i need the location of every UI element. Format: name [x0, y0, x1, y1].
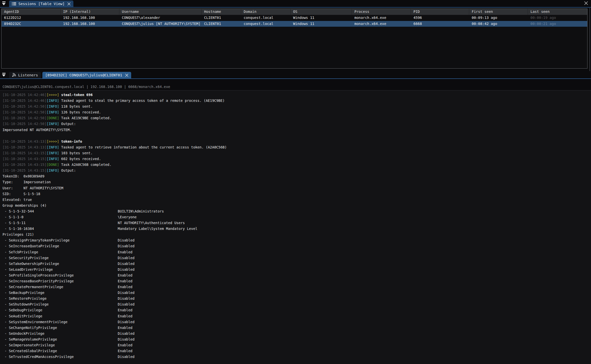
pane-scrollbar[interactable] — [589, 8, 590, 71]
column-header[interactable]: PID — [411, 9, 469, 15]
detach-icon — [2, 73, 6, 74]
terminal-line: - SeCreatePermanentPrivilege Enabled — [3, 284, 591, 290]
terminal-line: - SeChangeNotifyPrivilege Enabled — [3, 325, 591, 331]
terminal-line: [31-10-2025 14:43:15][INFO] 103 bytes se… — [3, 150, 591, 156]
terminal-line: - SeLoadDriverPrivilege Disabled — [3, 267, 591, 272]
column-header[interactable]: Domain — [241, 9, 291, 15]
close-icon[interactable] — [67, 2, 71, 6]
terminal-line: Group memberships (4) — [3, 203, 591, 208]
column-header[interactable]: AgentID — [2, 9, 61, 15]
table-cell: 00:08:42 ago — [469, 21, 528, 27]
terminal-line: - S-1-16-16384 Mandatory Label\System Ma… — [3, 226, 591, 232]
sessions-table-body: 6122D212192.168.168.100CONQUEST\alexande… — [2, 15, 587, 27]
terminal-line: [31-10-2025 14:42:50][INFO] 118 bytes se… — [3, 104, 591, 109]
terminal-line: - SeAuditPrivilege Enabled — [3, 313, 591, 319]
terminal-line: - SeTakeOwnershipPrivilege Disabled — [3, 261, 591, 267]
detach-icon — [2, 2, 6, 2]
terminal-line: [31-10-2025 14:43:13][>>>>] token-info — [3, 139, 591, 144]
terminal-line: - SeCreateGlobalPrivilege Enabled — [3, 348, 591, 354]
sessions-table: AgentIDIP (Internal)UsernameHostnameDoma… — [1, 9, 587, 69]
terminal-line: - SeSecurityPrivilege Disabled — [3, 255, 591, 261]
terminal-line: [31-10-2025 14:42:46][>>>>] steal-token … — [3, 92, 591, 98]
terminal-line: - S-1-5-11 NT AUTHORITY\Authenticated Us… — [3, 220, 591, 226]
listener-antenna-icon — [12, 73, 16, 77]
column-header[interactable]: Process — [352, 9, 411, 15]
terminal-line: User: NT AUTHORITY\SYSTEM — [3, 185, 591, 191]
tab-listeners-label: Listeners — [18, 73, 38, 77]
terminal-line: [31-10-2025 14:42:46][INFO] Tasked agent… — [3, 98, 591, 104]
table-cell: monarch.x64.exe — [352, 15, 411, 21]
terminal-line: - SeRestorePrivilege Disabled — [3, 296, 591, 301]
table-cell: conquest.local — [241, 21, 291, 27]
table-cell: 00:00:19 ago — [528, 15, 587, 21]
terminal-line: - SeTrustedCredManAccessPrivilege Disabl… — [3, 354, 591, 360]
terminal-line: Type: Impersonation — [3, 179, 591, 185]
table-cell: 00:00:21 ago — [528, 21, 587, 27]
terminal-line: - SeAssignPrimaryTokenPrivilege Disabled — [3, 237, 591, 243]
table-row[interactable]: 6122D212192.168.168.100CONQUEST\alexande… — [2, 15, 587, 21]
column-header[interactable]: Last seen — [528, 9, 587, 15]
table-cell: Windows 11 — [291, 21, 352, 27]
terminal-line: Impersonated NT AUTHORITY\SYSTEM. — [3, 127, 591, 133]
terminal-line: - SeIncreaseQuotaPrivilege Disabled — [3, 243, 591, 249]
table-cell: CLIENT01 — [202, 15, 241, 21]
terminal-line: [31-10-2025 14:43:15][INFO] 602 bytes re… — [3, 156, 591, 162]
table-row[interactable]: 894D232C192.168.168.100CONQUEST\julius [… — [2, 21, 587, 27]
terminal-line: - SeUndockPrivilege Disabled — [3, 331, 591, 337]
column-header[interactable]: Username — [119, 9, 202, 15]
sessions-table-header: AgentIDIP (Internal)UsernameHostnameDoma… — [2, 9, 587, 15]
close-icon[interactable] — [125, 74, 128, 77]
table-cell: 4596 — [411, 15, 469, 21]
table-cell: 192.168.168.100 — [61, 15, 119, 21]
table-cell: 192.168.168.100 — [61, 21, 119, 27]
table-cell: 00:09:13 ago — [469, 15, 528, 21]
detach-pane-button[interactable] — [2, 73, 7, 77]
detach-pane-button[interactable] — [2, 1, 7, 6]
table-cell: CONQUEST\alexander — [119, 15, 202, 21]
terminal-line: Privileges (21) — [3, 232, 591, 237]
terminal-line: - S-1-5-32-544 BUILTIN\Administrators — [3, 208, 591, 214]
terminal-line: [31-10-2025 14:42:50][INFO] 126 bytes re… — [3, 109, 591, 115]
table-cell: CONQUEST\julius [NT AUTHORITY\SYSTEM] — [119, 21, 202, 27]
terminal-line: [31-10-2025 14:42:50][DONE] Task AE19C9B… — [3, 115, 591, 121]
close-pane-icon[interactable] — [584, 1, 588, 5]
terminal-line: [31-10-2025 14:43:13][INFO] Tasked agent… — [3, 144, 591, 150]
table-list-icon — [12, 2, 16, 6]
terminal-tabbar: Listeners [894D232C] CONQUEST\julius@CLI… — [0, 71, 591, 79]
table-cell: 6668 — [411, 21, 469, 27]
terminal-line: - SeTcbPrivilege Enabled — [3, 249, 591, 255]
terminal-line: [31-10-2025 14:43:15][DONE] Task A2A0C56… — [3, 162, 591, 168]
session-info-line: CONQUEST\julius@CLIENT01.conquest.local … — [3, 84, 170, 89]
column-header[interactable]: Hostname — [202, 9, 241, 15]
terminal-line — [3, 133, 591, 139]
tab-sessions-table-view[interactable]: Sessions [Table View] — [9, 1, 73, 7]
column-header[interactable]: IP (Internal) — [61, 9, 119, 15]
terminal-line: - SeProfileSingleProcessPrivilege Enable… — [3, 272, 591, 278]
terminal-line: - SeIncreaseBasePriorityPrivilege Enable… — [3, 278, 591, 284]
app-window: Sessions [Table View] AgentIDIP (Interna… — [0, 0, 591, 364]
terminal-line: - SeDebugPrivilege Enabled — [3, 307, 591, 313]
tab-listeners[interactable]: Listeners — [9, 72, 41, 78]
column-header[interactable]: First seen — [469, 9, 528, 15]
terminal-line: [31-10-2025 14:43:15][INFO] Output: — [3, 168, 591, 173]
terminal-line: SID: S-1-5-18 — [3, 191, 591, 197]
terminal-line: - SeBackupPrivilege Disabled — [3, 290, 591, 296]
terminal-line: [31-10-2025 14:42:50][INFO] Output: — [3, 121, 591, 127]
terminal-line: Elevated: true — [3, 197, 591, 203]
column-header[interactable]: OS — [291, 9, 352, 15]
terminal-line: - SeManageVolumePrivilege Disabled — [3, 337, 591, 342]
terminal-line: - SeSystemEnvironmentPrivilege Disabled — [3, 319, 591, 325]
tab-session-label: [894D232C] CONQUEST\julius@CLIENT01 — [45, 73, 122, 77]
terminal-line: - SeShutdownPrivilege Disabled — [3, 301, 591, 307]
table-cell: conquest.local — [241, 15, 291, 21]
terminal-output[interactable]: [31-10-2025 14:42:46][>>>>] steal-token … — [0, 90, 591, 364]
tab-sessions-label: Sessions [Table View] — [18, 2, 65, 6]
table-cell: CLIENT01 — [202, 21, 241, 27]
terminal-line: - SeImpersonatePrivilege Enabled — [3, 342, 591, 348]
terminal-line: - S-1-1-0 \Everyone — [3, 214, 591, 220]
tab-session-terminal[interactable]: [894D232C] CONQUEST\julius@CLIENT01 — [42, 72, 131, 78]
table-cell: Windows 11 — [291, 15, 352, 21]
table-cell: 894D232C — [2, 21, 61, 27]
table-cell: 6122D212 — [2, 15, 61, 21]
sessions-tabbar: Sessions [Table View] — [0, 0, 591, 8]
